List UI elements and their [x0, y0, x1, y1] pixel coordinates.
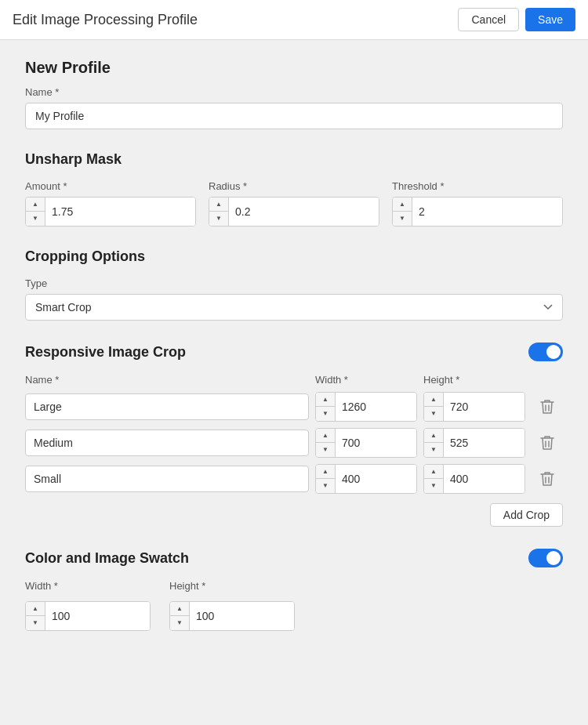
crop-small-width-buttons: ▲ ▼: [316, 465, 336, 493]
crop-large-height-buttons: ▲ ▼: [424, 393, 444, 421]
swatch-width-label: Width *: [25, 580, 151, 592]
crop-medium-height-up[interactable]: ▲: [424, 429, 443, 443]
responsive-crop-toggle[interactable]: [528, 343, 563, 361]
radius-input[interactable]: [229, 198, 379, 226]
threshold-field: Threshold * ▲ ▼: [392, 180, 563, 227]
name-label: Name *: [25, 86, 563, 98]
crop-medium-delete-button[interactable]: [532, 432, 563, 454]
swatch-height-input[interactable]: [190, 602, 294, 630]
swatch-width-down[interactable]: ▼: [26, 616, 45, 630]
crop-large-width-down[interactable]: ▼: [316, 407, 335, 421]
amount-spinner-buttons: ▲ ▼: [26, 198, 45, 226]
swatch-height-down[interactable]: ▼: [170, 616, 189, 630]
crop-type-select[interactable]: Smart Crop Manual Crop Face Crop None: [25, 294, 563, 321]
color-image-swatch-section: Color and Image Swatch Width * ▲ ▼: [25, 549, 563, 631]
crop-small-height-input[interactable]: [444, 465, 524, 493]
threshold-spinner-buttons: ▲ ▼: [393, 198, 412, 226]
crop-small-height-down[interactable]: ▼: [424, 479, 443, 493]
threshold-up-button[interactable]: ▲: [393, 198, 412, 212]
cropping-options-title: Cropping Options: [25, 248, 563, 265]
add-crop-button[interactable]: Add Crop: [490, 503, 563, 527]
crop-large-height-down[interactable]: ▼: [424, 407, 443, 421]
swatch-slider: [528, 549, 563, 567]
crop-height-col-header: Height *: [423, 374, 525, 386]
radius-spinner: ▲ ▼: [209, 197, 379, 227]
crop-medium-height-spinner: ▲ ▼: [423, 428, 525, 458]
radius-field: Radius * ▲ ▼: [209, 180, 379, 227]
crop-small-width-input[interactable]: [336, 465, 416, 493]
trash-icon: [540, 435, 554, 451]
threshold-input[interactable]: [412, 198, 562, 226]
crop-large-height-input[interactable]: [444, 393, 524, 421]
crop-type-label: Type: [25, 277, 563, 289]
crop-small-name-input[interactable]: [25, 466, 309, 492]
crop-small-width-spinner: ▲ ▼: [315, 464, 417, 494]
crop-row-large: ▲ ▼ ▲ ▼: [25, 392, 563, 422]
crop-medium-height-input[interactable]: [444, 429, 524, 457]
crop-large-width-up[interactable]: ▲: [316, 393, 335, 407]
crop-large-height-spinner: ▲ ▼: [423, 392, 525, 422]
unsharp-mask-section-header: Unsharp Mask: [25, 151, 563, 168]
crop-small-delete-button[interactable]: [532, 468, 563, 490]
crop-table-header: Name * Width * Height *: [25, 374, 563, 386]
unsharp-mask-fields: Amount * ▲ ▼ Radius * ▲ ▼ Threshold: [25, 180, 563, 227]
responsive-crop-header: Responsive Image Crop: [25, 343, 563, 361]
main-content: New Profile Name * Unsharp Mask Amount *…: [0, 40, 588, 672]
crop-row-small: ▲ ▼ ▲ ▼: [25, 464, 563, 494]
swatch-height-spinner: ▲ ▼: [169, 601, 295, 631]
amount-spinner: ▲ ▼: [25, 197, 196, 227]
amount-field: Amount * ▲ ▼: [25, 180, 196, 227]
crop-large-height-up[interactable]: ▲: [424, 393, 443, 407]
amount-up-button[interactable]: ▲: [26, 198, 45, 212]
threshold-label: Threshold *: [392, 180, 563, 192]
crop-width-col-header: Width *: [315, 374, 417, 386]
profile-section-title: New Profile: [25, 59, 563, 77]
swatch-height-label: Height *: [169, 580, 295, 592]
cancel-button[interactable]: Cancel: [458, 8, 519, 31]
crop-small-height-up[interactable]: ▲: [424, 465, 443, 479]
threshold-down-button[interactable]: ▼: [393, 212, 412, 226]
threshold-spinner: ▲ ▼: [392, 197, 563, 227]
crop-medium-width-buttons: ▲ ▼: [316, 429, 336, 457]
profile-section: New Profile Name *: [25, 59, 563, 129]
swatch-height-up[interactable]: ▲: [170, 602, 189, 616]
crop-small-width-up[interactable]: ▲: [316, 465, 335, 479]
header-actions: Cancel Save: [458, 8, 575, 31]
amount-down-button[interactable]: ▼: [26, 212, 45, 226]
page-header: Edit Image Processing Profile Cancel Sav…: [0, 0, 588, 40]
swatch-width-input[interactable]: [45, 602, 150, 630]
crop-name-col-header: Name *: [25, 374, 309, 386]
crop-large-delete-button[interactable]: [532, 396, 563, 418]
crop-medium-width-input[interactable]: [336, 429, 416, 457]
radius-spinner-buttons: ▲ ▼: [209, 198, 229, 226]
crop-medium-width-spinner: ▲ ▼: [315, 428, 417, 458]
add-crop-row: Add Crop: [25, 503, 563, 527]
crop-medium-width-down[interactable]: ▼: [316, 443, 335, 457]
swatch-toggle[interactable]: [528, 549, 563, 567]
swatch-width-buttons: ▲ ▼: [26, 602, 45, 630]
crop-medium-width-up[interactable]: ▲: [316, 429, 335, 443]
crop-small-width-down[interactable]: ▼: [316, 479, 335, 493]
page-title: Edit Image Processing Profile: [13, 12, 198, 28]
crop-medium-height-down[interactable]: ▼: [424, 443, 443, 457]
save-button[interactable]: Save: [525, 8, 575, 31]
swatch-width-up[interactable]: ▲: [26, 602, 45, 616]
radius-up-button[interactable]: ▲: [209, 198, 228, 212]
crop-large-width-spinner: ▲ ▼: [315, 392, 417, 422]
swatch-width-spinner: ▲ ▼: [25, 601, 151, 631]
amount-input[interactable]: [45, 198, 195, 226]
crop-medium-name-input[interactable]: [25, 430, 309, 456]
trash-icon: [540, 399, 554, 415]
crop-small-height-buttons: ▲ ▼: [424, 465, 444, 493]
crop-large-name-input[interactable]: [25, 393, 309, 420]
crop-medium-height-buttons: ▲ ▼: [424, 429, 444, 457]
crop-large-width-input[interactable]: [336, 393, 416, 421]
profile-name-input[interactable]: [25, 103, 563, 129]
crop-small-height-spinner: ▲ ▼: [423, 464, 525, 494]
trash-icon: [540, 471, 554, 487]
cropping-options-section: Cropping Options Type Smart Crop Manual …: [25, 248, 563, 321]
swatch-fields: Width * ▲ ▼ Height * ▲ ▼: [25, 580, 563, 631]
crop-row-medium: ▲ ▼ ▲ ▼: [25, 428, 563, 458]
swatch-height-buttons: ▲ ▼: [170, 602, 190, 630]
radius-down-button[interactable]: ▼: [209, 212, 228, 226]
